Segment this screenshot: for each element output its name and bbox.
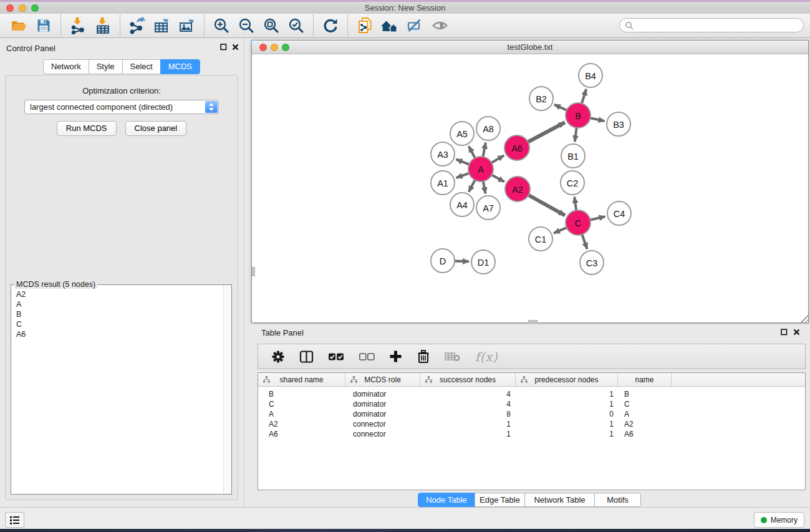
node-A5[interactable]: A5 [450,122,474,145]
criterion-dropdown[interactable]: largest connected component (directed) [24,100,219,114]
app-titlebar: Session: New Session [0,2,810,14]
result-list-item[interactable]: A [16,299,226,309]
trash-icon [417,349,430,364]
float-panel-icon[interactable] [220,44,227,51]
table-row[interactable]: A6connector11A6 [258,429,805,439]
column-header-predecessor-nodes[interactable]: predecessor nodes [516,373,618,386]
tab-node-table[interactable]: Node Table [418,493,475,507]
close-panel-icon[interactable] [232,44,239,51]
vertical-scroll-thumb[interactable] [252,267,255,276]
save-floppy-icon [36,18,51,33]
close-table-panel-icon[interactable] [793,329,800,336]
show-all-columns-button[interactable] [328,352,344,361]
svg-text:C: C [575,218,581,228]
horizontal-scroll-thumb[interactable] [528,320,538,323]
column-header-mcds-role[interactable]: MCDS role [345,373,420,386]
clone-network-button[interactable] [352,15,377,36]
show-graphics-details-button[interactable] [427,15,452,36]
export-table-button[interactable] [150,15,175,36]
node-D[interactable]: D [431,249,455,273]
svg-text:C2: C2 [567,178,579,188]
zoom-out-button[interactable] [234,15,259,36]
table-cell: 4 [420,399,516,409]
search-input[interactable] [634,20,803,31]
node-A6[interactable]: A6 [504,135,529,160]
zoom-in-button[interactable] [209,15,234,36]
float-table-panel-icon[interactable] [781,329,788,336]
export-table-icon [153,17,171,34]
tab-select[interactable]: Select [122,59,161,74]
export-image-icon [178,17,196,34]
task-history-button[interactable] [5,512,24,528]
node-C[interactable]: C [566,210,591,235]
delete-columns-button[interactable] [417,349,430,364]
tab-style[interactable]: Style [89,59,123,74]
table-row[interactable]: A2connector11A2 [258,419,805,429]
tab-mcds[interactable]: MCDS [160,59,200,74]
node-D1[interactable]: D1 [471,250,495,274]
node-B3[interactable]: B3 [607,112,630,136]
hide-labels-button[interactable] [402,15,427,36]
node-C1[interactable]: C1 [529,227,552,251]
result-list-item[interactable]: B [16,309,226,319]
node-A4[interactable]: A4 [450,193,474,216]
svg-text:A2: A2 [512,185,523,195]
node-B[interactable]: B [566,103,591,128]
split-table-button[interactable] [299,350,314,364]
export-image-button[interactable] [175,15,200,36]
tab-network-table[interactable]: Network Table [524,493,595,507]
delete-table-button[interactable] [445,351,461,362]
zoom-selected-button[interactable] [284,15,309,36]
node-B1[interactable]: B1 [561,144,585,168]
result-scrollbar[interactable] [223,285,231,494]
table-row[interactable]: Adominator80A [258,409,805,419]
memory-button[interactable]: Memory [754,512,804,528]
import-network-button[interactable] [65,15,90,36]
save-button[interactable] [31,15,56,36]
column-header-shared-name[interactable]: shared name [258,373,345,386]
node-C2[interactable]: C2 [561,171,584,195]
close-panel-button[interactable]: Close panel [125,121,187,136]
first-neighbors-button[interactable] [377,15,402,36]
tab-network[interactable]: Network [43,59,89,74]
function-builder-button[interactable]: f(x) [475,350,498,364]
node-B2[interactable]: B2 [529,87,553,110]
network-canvas[interactable]: AA2A6BCA1A3A4A5A7A8B1B2B3B4C1C2C3C4DD1 [252,54,808,323]
node-A7[interactable]: A7 [476,196,500,220]
network-view-window: testGlobe.txt AA2A6BCA1A3A4A5A7A8B1B2B3B… [251,40,809,323]
tab-edge-table[interactable]: Edge Table [475,493,525,507]
app-window-title: Session: New Session [0,3,810,12]
export-network-button[interactable] [125,15,150,36]
table-cell: connector [345,429,420,439]
network-window-titlebar[interactable]: testGlobe.txt [252,41,808,54]
run-mcds-button[interactable]: Run MCDS [57,121,117,136]
node-A[interactable]: A [468,157,493,181]
node-A3[interactable]: A3 [431,142,455,166]
apply-layout-button[interactable] [318,15,343,36]
node-A8[interactable]: A8 [476,117,500,140]
node-C3[interactable]: C3 [580,251,604,274]
table-row[interactable]: Bdominator41B [258,389,805,399]
mcds-result-list: A2ABCA6 [11,285,231,344]
svg-text:B4: B4 [585,71,596,81]
hide-all-columns-button[interactable] [359,352,375,361]
column-header-name[interactable]: name [618,373,672,386]
open-button[interactable] [6,15,31,36]
memory-status-dot [761,517,767,523]
node-A2[interactable]: A2 [505,177,530,201]
node-C4[interactable]: C4 [607,201,631,225]
tab-motifs[interactable]: Motifs [594,493,641,507]
result-list-item[interactable]: C [16,319,226,329]
node-A1[interactable]: A1 [431,171,455,195]
column-header-successor-nodes[interactable]: successor nodes [420,373,516,386]
column-settings-button[interactable] [271,350,285,364]
svg-text:A1: A1 [437,178,448,188]
result-list-item[interactable]: A6 [16,329,226,339]
toolbar-separator [120,15,120,36]
table-row[interactable]: Cdominator41C [258,399,805,409]
result-list-item[interactable]: A2 [16,289,226,299]
node-B4[interactable]: B4 [579,64,602,87]
zoom-fit-button[interactable] [259,15,284,36]
import-table-button[interactable] [90,15,115,36]
add-column-button[interactable] [389,350,402,363]
